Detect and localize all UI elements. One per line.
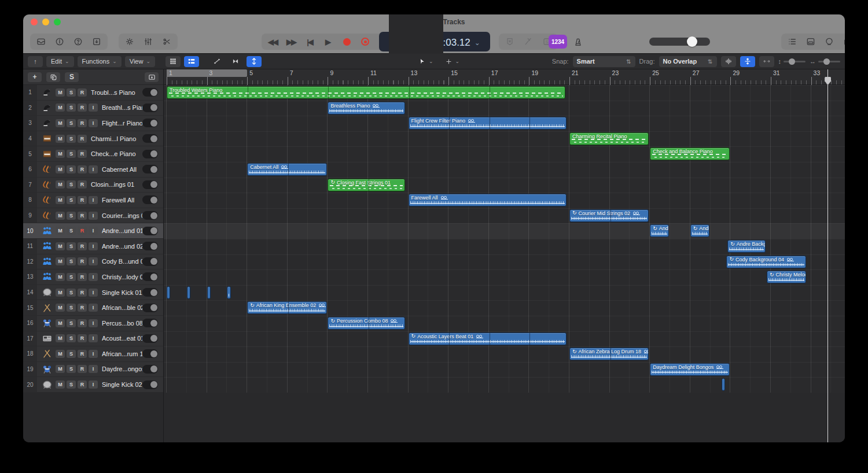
list-editors-icon[interactable] [785,35,800,49]
track-row-6[interactable]: 6MSRICabernet All [23,162,163,178]
record-enable-button[interactable]: R [78,334,87,342]
volume-slider-knob[interactable] [687,36,697,47]
add-track-button[interactable]: + [28,72,42,82]
solo-button[interactable]: S [67,119,76,127]
automation-icon[interactable] [209,56,225,67]
note-pads-icon[interactable] [803,35,818,49]
track-row-10[interactable]: 10MSRIAndre...und 01 [23,223,163,239]
track-name[interactable]: Courier...ings 02 [102,212,142,219]
track-on-off-toggle[interactable] [142,272,158,281]
mute-button[interactable]: M [56,365,65,373]
drag-select[interactable]: No Overlap⇅ [659,56,717,67]
solo-button[interactable]: S [67,227,76,235]
record-enable-button[interactable]: R [78,88,87,97]
functions-menu[interactable]: Functions⌄ [78,56,122,67]
input-monitor-button[interactable]: I [89,334,98,342]
track-name[interactable]: Flight...r Piano [102,120,142,127]
record-enable-button[interactable]: R [78,289,87,297]
go-up-icon[interactable]: ↑ [28,56,43,67]
edit-menu[interactable]: Edit⌄ [46,56,74,67]
solo-button[interactable]: S [67,150,76,158]
track-name[interactable]: Closin...ings 01 [91,181,142,188]
solo-button[interactable]: S [67,180,76,189]
region-blue[interactable]: ↻Andr [690,224,709,237]
horizontal-auto-zoom-icon[interactable] [759,56,774,67]
record-enable-button[interactable]: R [78,365,87,373]
region-sliver[interactable] [722,378,725,391]
record-enable-button[interactable]: R [78,304,87,312]
track-row-19[interactable]: 19MSRIDaydre...ongos [23,362,163,378]
rewind-button[interactable]: ◀◀ [265,35,280,49]
mute-button[interactable]: M [56,88,65,97]
mixer-icon[interactable] [141,35,156,49]
tracks-view-icon[interactable] [184,56,199,67]
region-green[interactable]: ↻Closing Fast Strings 01 [328,179,405,191]
play-button[interactable]: ▶ [321,35,336,49]
vertical-auto-zoom-icon[interactable] [740,56,755,67]
track-on-off-toggle[interactable] [142,211,158,220]
track-row-14[interactable]: 14MSRISingle Kick 01 [23,285,163,301]
track-name[interactable]: Andre...und 02 [102,243,142,250]
input-monitor-button[interactable]: I [89,350,98,358]
grid-view-icon[interactable] [165,56,181,67]
record-enable-button[interactable]: R [78,135,87,143]
track-name[interactable]: African...ble 02 [102,304,142,311]
input-monitor-button[interactable]: I [89,227,98,235]
track-row-7[interactable]: 7MSRClosin...ings 01 [23,178,163,193]
track-on-off-toggle[interactable] [142,334,158,343]
mute-button[interactable]: M [56,227,65,235]
mute-button[interactable]: M [56,165,65,173]
capture-record-icon[interactable] [358,35,373,49]
record-enable-button[interactable]: R [78,165,87,173]
record-enable-button[interactable]: R [78,196,87,204]
input-monitor-button[interactable]: I [89,212,98,220]
input-monitor-button[interactable]: I [89,257,98,265]
track-on-off-toggle[interactable] [142,180,158,189]
track-row-16[interactable]: 16MSRIPercus...bo 08 [23,316,163,331]
mute-button[interactable]: M [56,119,65,127]
duplicate-track-button[interactable] [46,72,60,82]
track-row-20[interactable]: 20MSRISingle Kick 02 [23,377,163,393]
mute-button[interactable]: M [56,257,65,265]
track-row-3[interactable]: 3MSRIFlight...r Piano [23,116,163,131]
record-enable-button[interactable]: R [78,150,87,158]
cycle-region[interactable] [167,69,247,77]
input-monitor-button[interactable]: I [89,196,98,204]
track-row-13[interactable]: 13MSRIChristy...lody 01 [23,269,163,285]
track-name[interactable]: Check...e Piano [91,150,142,157]
track-name[interactable]: Single Kick 02 [102,381,142,388]
region-blue[interactable]: Cabernet All [247,163,326,176]
input-monitor-button[interactable]: I [89,104,98,112]
solo-button[interactable]: S [67,273,76,281]
forward-button[interactable]: ▶▶ [284,35,299,49]
input-monitor-button[interactable]: I [89,242,98,250]
track-on-off-toggle[interactable] [142,242,158,250]
track-name[interactable]: Daydre...ongos [102,365,142,372]
region-green[interactable]: Troubled Waters Piano [167,86,565,99]
input-monitor-button[interactable]: I [89,165,98,173]
catch-playhead-icon[interactable] [247,56,262,67]
record-enable-button[interactable]: R [78,273,87,281]
track-row-15[interactable]: 15MSRIAfrican...ble 02 [23,300,163,316]
loop-browser-icon[interactable] [822,35,837,49]
record-enable-button[interactable]: R [78,380,87,389]
master-volume-slider[interactable] [649,38,710,46]
region-blue[interactable]: ↻Percussion Combo 08 [328,317,405,330]
region-blue[interactable]: Flight Crew Filter Piano [409,117,567,130]
region-blue[interactable]: ↻Andre Backgro [727,240,766,253]
solo-button[interactable]: S [67,350,76,358]
region-blue[interactable]: ↻Christy Melod [767,271,806,283]
mute-button[interactable]: M [56,104,65,112]
track-on-off-toggle[interactable] [142,288,158,297]
mute-button[interactable]: M [56,380,65,389]
stop-to-begin-button[interactable]: |◀ [302,35,317,49]
track-on-off-toggle[interactable] [142,119,158,127]
close-window-button[interactable] [31,19,38,25]
solo-button[interactable]: S [67,242,76,250]
record-button[interactable] [339,35,354,49]
mute-button[interactable]: M [56,180,65,189]
mute-button[interactable]: M [56,196,65,204]
master-solo-button[interactable]: S [65,72,79,82]
track-header-config-button[interactable] [145,72,159,82]
toolbox-icon[interactable] [34,35,49,49]
